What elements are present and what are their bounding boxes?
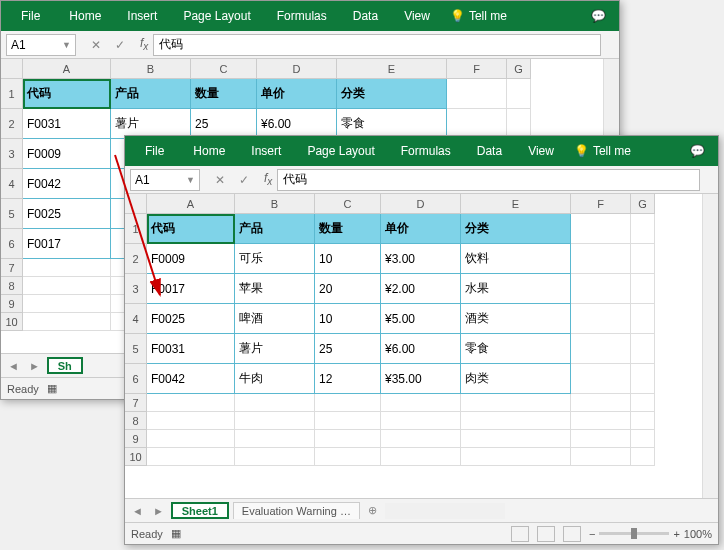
sheet-nav-prev-icon[interactable]: ◄	[5, 360, 22, 372]
view-page-icon[interactable]	[537, 526, 555, 542]
ribbon-tab-file[interactable]: File	[130, 136, 179, 166]
row-header[interactable]: 8	[125, 412, 147, 430]
view-normal-icon[interactable]	[511, 526, 529, 542]
cell[interactable]: 产品	[235, 214, 315, 244]
sheet-tab[interactable]: Sheet1	[171, 502, 229, 519]
row-header[interactable]: 2	[125, 244, 147, 274]
formula-input[interactable]: 代码	[277, 169, 700, 191]
zoom-in-icon[interactable]: +	[673, 528, 679, 540]
ribbon-tab-insert[interactable]: Insert	[115, 1, 169, 31]
cell[interactable]: 代码	[147, 214, 235, 244]
sheet-tab-eval[interactable]: Evaluation Warning …	[233, 502, 360, 519]
scrollbar-horizontal[interactable]	[385, 503, 505, 519]
col-header[interactable]: A	[23, 59, 111, 79]
cell[interactable]	[571, 364, 631, 394]
zoom-level[interactable]: 100%	[684, 528, 712, 540]
cell[interactable]: 单价	[381, 214, 461, 244]
cell[interactable]	[461, 412, 571, 430]
cell[interactable]	[461, 394, 571, 412]
cell[interactable]: 产品	[111, 79, 191, 109]
cell[interactable]	[631, 430, 655, 448]
comment-icon[interactable]: 💬	[682, 144, 713, 158]
cell[interactable]	[147, 448, 235, 466]
enter-fx-icon[interactable]: ✓	[111, 38, 129, 52]
cell[interactable]: 啤酒	[235, 304, 315, 334]
cell[interactable]	[235, 448, 315, 466]
formula-input[interactable]: 代码	[153, 34, 601, 56]
add-sheet-icon[interactable]: ⊕	[368, 504, 377, 517]
cell[interactable]: ¥2.00	[381, 274, 461, 304]
cell[interactable]	[507, 79, 531, 109]
ribbon-tab-home[interactable]: Home	[57, 1, 113, 31]
cell[interactable]: 单价	[257, 79, 337, 109]
cell[interactable]	[315, 412, 381, 430]
cell[interactable]: 10	[315, 244, 381, 274]
col-header[interactable]: E	[337, 59, 447, 79]
ribbon-tab-file[interactable]: File	[6, 1, 55, 31]
cell[interactable]	[315, 394, 381, 412]
ribbon-tellme[interactable]: 💡Tell me	[450, 9, 507, 23]
view-break-icon[interactable]	[563, 526, 581, 542]
row-header[interactable]: 7	[125, 394, 147, 412]
cell[interactable]	[381, 412, 461, 430]
cell[interactable]: 水果	[461, 274, 571, 304]
cancel-fx-icon[interactable]: ✕	[211, 173, 229, 187]
cell[interactable]	[461, 448, 571, 466]
cell[interactable]	[571, 430, 631, 448]
cell[interactable]	[147, 394, 235, 412]
row-header[interactable]: 1	[125, 214, 147, 244]
col-header[interactable]: F	[447, 59, 507, 79]
cell[interactable]	[571, 334, 631, 364]
cell[interactable]	[235, 412, 315, 430]
row-header[interactable]: 7	[1, 259, 23, 277]
cell[interactable]	[631, 364, 655, 394]
cell[interactable]	[315, 448, 381, 466]
cell[interactable]: F0009	[147, 244, 235, 274]
col-header[interactable]: B	[235, 194, 315, 214]
row-header[interactable]: 6	[125, 364, 147, 394]
row-header[interactable]: 3	[1, 139, 23, 169]
cell[interactable]: 苹果	[235, 274, 315, 304]
cell[interactable]: 10	[315, 304, 381, 334]
row-header[interactable]: 1	[1, 79, 23, 109]
fx-icon[interactable]: fx	[264, 171, 272, 187]
cell[interactable]	[235, 430, 315, 448]
cell[interactable]	[147, 412, 235, 430]
macro-icon[interactable]: ▦	[47, 382, 57, 395]
ribbon-tab-formulas[interactable]: Formulas	[265, 1, 339, 31]
cell[interactable]	[461, 430, 571, 448]
cell[interactable]	[571, 214, 631, 244]
cell[interactable]: ¥35.00	[381, 364, 461, 394]
cell[interactable]	[571, 412, 631, 430]
row-header[interactable]: 5	[125, 334, 147, 364]
cell[interactable]: F0031	[23, 109, 111, 139]
ribbon-tab-view[interactable]: View	[516, 136, 566, 166]
sheet-nav-next-icon[interactable]: ►	[26, 360, 43, 372]
cell[interactable]: 20	[315, 274, 381, 304]
cell[interactable]: 分类	[337, 79, 447, 109]
name-box[interactable]: A1▼	[130, 169, 200, 191]
zoom-control[interactable]: − + 100%	[589, 528, 712, 540]
cell[interactable]: F0009	[23, 139, 111, 169]
cell[interactable]: 25	[315, 334, 381, 364]
row-header[interactable]: 8	[1, 277, 23, 295]
cell[interactable]	[147, 430, 235, 448]
col-header[interactable]: D	[257, 59, 337, 79]
row-header[interactable]: 10	[1, 313, 23, 331]
row-header[interactable]: 9	[125, 430, 147, 448]
col-header[interactable]: F	[571, 194, 631, 214]
cell[interactable]	[447, 79, 507, 109]
col-header[interactable]: D	[381, 194, 461, 214]
cell[interactable]	[571, 304, 631, 334]
cell[interactable]: 牛肉	[235, 364, 315, 394]
ribbon-tab-page-layout[interactable]: Page Layout	[295, 136, 386, 166]
sheet-nav-prev-icon[interactable]: ◄	[129, 505, 146, 517]
row-header[interactable]: 9	[1, 295, 23, 313]
ribbon-tellme[interactable]: 💡Tell me	[574, 144, 631, 158]
cell[interactable]	[571, 448, 631, 466]
cell[interactable]	[381, 430, 461, 448]
cell[interactable]	[631, 334, 655, 364]
col-header[interactable]: B	[111, 59, 191, 79]
cell[interactable]	[631, 304, 655, 334]
cell[interactable]: 零食	[461, 334, 571, 364]
